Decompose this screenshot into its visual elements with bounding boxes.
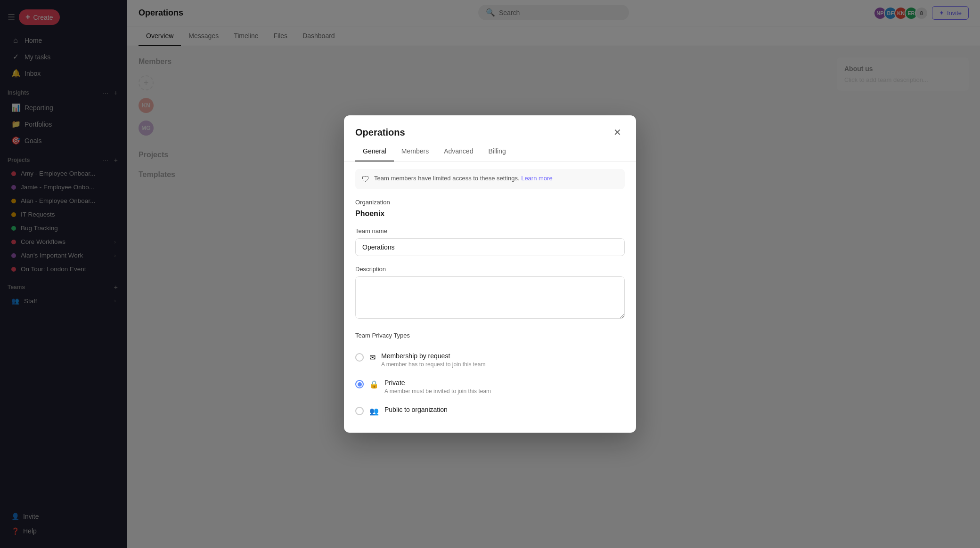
modal-close-button[interactable]: ✕ [610, 125, 625, 140]
operations-modal: Operations ✕ General Members Advanced Bi… [344, 115, 636, 433]
notice-text: Team members have limited access to thes… [374, 175, 553, 182]
org-label: Organization [355, 199, 625, 206]
modal-header: Operations ✕ [344, 115, 636, 140]
privacy-private-title: Private [384, 379, 625, 387]
privacy-option-public-content: Public to organization [384, 406, 625, 415]
modal-tab-members-label: Members [401, 147, 429, 155]
team-name-input[interactable] [355, 238, 625, 256]
radio-private[interactable] [355, 380, 364, 388]
modal-tab-members[interactable]: Members [394, 142, 436, 161]
modal-title: Operations [355, 127, 405, 138]
modal-tab-billing-label: Billing [488, 147, 506, 155]
description-label: Description [355, 266, 625, 273]
privacy-option-membership-content: Membership by request A member has to re… [381, 352, 625, 368]
privacy-option-public[interactable]: 👥 Public to organization [355, 400, 625, 421]
privacy-membership-title: Membership by request [381, 352, 625, 360]
modal-body: 🛡 Team members have limited access to th… [344, 161, 636, 433]
privacy-public-title: Public to organization [384, 406, 625, 413]
modal-tab-billing[interactable]: Billing [481, 142, 513, 161]
radio-membership[interactable] [355, 353, 364, 362]
shield-icon: 🛡 [362, 175, 369, 184]
org-name: Phoenix [355, 210, 625, 218]
modal-tab-advanced[interactable]: Advanced [436, 142, 481, 161]
radio-public[interactable] [355, 407, 364, 415]
main-content: Operations 🔍 NP BF KN ER 8 [127, 0, 980, 548]
people-icon: 👥 [369, 407, 379, 416]
modal-tabs: General Members Advanced Billing [344, 142, 636, 161]
privacy-private-desc: A member must be invited to join this te… [384, 388, 625, 395]
notice-box: 🛡 Team members have limited access to th… [355, 169, 625, 189]
privacy-membership-desc: A member has to request to join this tea… [381, 361, 625, 368]
lock-icon: 🔒 [369, 380, 379, 389]
privacy-option-private[interactable]: 🔒 Private A member must be invited to jo… [355, 373, 625, 400]
description-input[interactable] [355, 276, 625, 319]
privacy-option-membership[interactable]: ✉ Membership by request A member has to … [355, 347, 625, 373]
modal-tab-general-label: General [363, 147, 386, 155]
radio-private-fill [358, 382, 362, 387]
close-icon: ✕ [613, 127, 621, 138]
learn-more-link[interactable]: Learn more [521, 175, 552, 182]
team-name-label: Team name [355, 227, 625, 234]
privacy-section-title: Team Privacy Types [355, 332, 625, 339]
envelope-icon: ✉ [369, 353, 376, 362]
privacy-option-private-content: Private A member must be invited to join… [384, 379, 625, 395]
modal-tab-advanced-label: Advanced [444, 147, 473, 155]
modal-overlay[interactable]: Operations ✕ General Members Advanced Bi… [127, 0, 980, 548]
modal-tab-general[interactable]: General [355, 142, 394, 161]
